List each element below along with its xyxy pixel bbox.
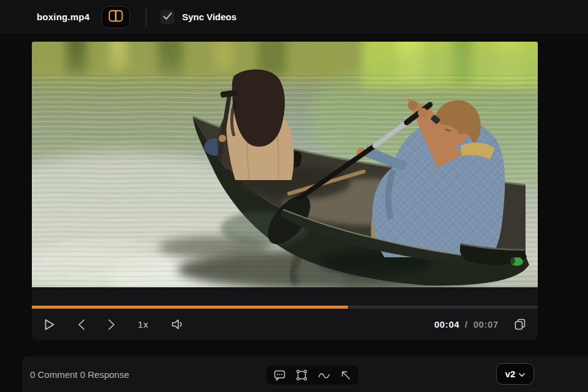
video-player-panel: 1x 00:04 / 00:07 <box>32 42 538 340</box>
sync-videos-checkbox[interactable] <box>160 10 175 24</box>
top-bar: boxing.mp4 Sync Videos <box>0 0 588 34</box>
sync-videos-label: Sync Videos <box>182 12 236 22</box>
next-frame-button[interactable] <box>108 319 115 330</box>
time-separator: / <box>462 319 470 330</box>
video-frame[interactable] <box>32 42 538 287</box>
rect-tool-icon[interactable] <box>296 369 307 381</box>
chevron-down-icon <box>519 369 525 380</box>
current-time: 00:04 <box>434 319 459 330</box>
comment-summary: 0 Comment 0 Response <box>30 356 129 392</box>
total-duration: 00:07 <box>473 319 499 330</box>
comment-tool-icon[interactable] <box>274 370 285 381</box>
app-window: { "top_bar": { "filename": "boxing.mp4",… <box>0 0 588 392</box>
version-dropdown[interactable]: v2 <box>496 363 534 385</box>
split-view-icon <box>108 10 123 24</box>
annotation-toolbar <box>266 366 358 385</box>
timecode: 00:04 / 00:07 <box>434 319 499 330</box>
play-button[interactable] <box>44 318 55 331</box>
volume-button[interactable] <box>172 319 183 330</box>
playback-speed-button[interactable]: 1x <box>138 319 149 330</box>
comment-bar: 0 Comment 0 Response <box>22 356 588 392</box>
check-icon <box>163 12 172 23</box>
topbar-divider <box>146 8 146 26</box>
video-filename: boxing.mp4 <box>37 12 89 22</box>
player-controls: 1x 00:04 / 00:07 <box>32 309 538 340</box>
split-view-button[interactable] <box>102 6 130 28</box>
time-group: 00:04 / 00:07 <box>434 318 526 330</box>
copy-frame-button[interactable] <box>514 318 526 330</box>
curve-tool-icon[interactable] <box>318 371 330 380</box>
arrow-tool-icon[interactable] <box>341 370 351 380</box>
prev-frame-button[interactable] <box>78 319 85 330</box>
version-label: v2 <box>505 369 516 379</box>
video-content <box>32 42 538 287</box>
